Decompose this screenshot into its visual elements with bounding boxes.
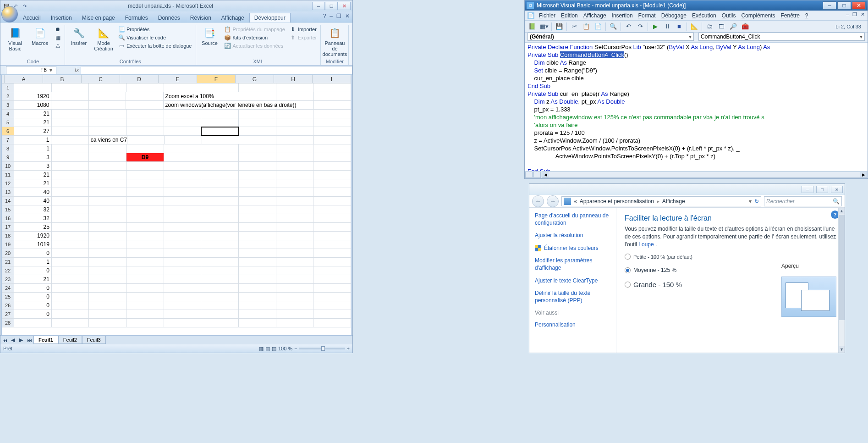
zoom-in-button[interactable]: +: [347, 346, 350, 351]
cell[interactable]: 1019: [14, 240, 52, 249]
cell[interactable]: [239, 101, 276, 109]
cell[interactable]: [239, 171, 276, 179]
cell[interactable]: [126, 240, 164, 249]
cell[interactable]: [164, 205, 202, 214]
breadcrumb-item[interactable]: Affichage: [662, 198, 685, 205]
sheet-tab[interactable]: Feuil2: [58, 336, 82, 344]
row-header[interactable]: 8: [2, 144, 14, 153]
find-icon[interactable]: 🔍: [609, 22, 618, 31]
cell[interactable]: [276, 144, 314, 153]
cell[interactable]: [313, 171, 351, 179]
zoom-out-button[interactable]: −: [294, 346, 297, 351]
cell[interactable]: [201, 275, 239, 283]
ribbon-tab-affichage[interactable]: Affichage: [216, 13, 249, 22]
cell[interactable]: [201, 127, 239, 135]
cell[interactable]: [164, 118, 202, 127]
cell[interactable]: [52, 171, 89, 179]
cell[interactable]: [313, 214, 351, 222]
row-header[interactable]: 24: [2, 284, 14, 292]
cell[interactable]: [89, 275, 126, 283]
object-selector[interactable]: (Général)▾: [527, 33, 694, 41]
cut-icon[interactable]: ✂: [570, 22, 579, 31]
cp-close-button[interactable]: ✕: [831, 186, 843, 193]
v-scrollbar[interactable]: ▲ ▼: [838, 208, 845, 353]
cell[interactable]: [126, 266, 164, 275]
cell[interactable]: 27: [14, 127, 52, 135]
cell[interactable]: [126, 319, 164, 327]
cell[interactable]: [89, 92, 126, 100]
cell[interactable]: [201, 205, 239, 214]
cell[interactable]: [201, 266, 239, 275]
cell[interactable]: [52, 110, 89, 118]
cell[interactable]: [89, 240, 126, 249]
cell[interactable]: [52, 275, 89, 283]
cell[interactable]: [164, 171, 202, 179]
sidebar-personalization[interactable]: Personnalisation: [535, 321, 610, 329]
breadcrumb-back[interactable]: «: [574, 198, 577, 205]
nav-back-button[interactable]: ←: [532, 195, 544, 207]
sheet-last-button[interactable]: ⏭: [25, 336, 33, 344]
scroll-down-icon[interactable]: ▼: [839, 346, 845, 353]
cell[interactable]: [164, 144, 202, 153]
view-pagebreak-icon[interactable]: ▥: [272, 346, 276, 352]
cell[interactable]: 3: [14, 153, 52, 161]
formula-bar[interactable]: [81, 66, 352, 74]
cell[interactable]: [239, 127, 276, 135]
cell[interactable]: [239, 92, 276, 100]
cell[interactable]: [126, 127, 164, 135]
cell[interactable]: [239, 240, 276, 249]
sidebar-home[interactable]: Page d'accueil du panneau de configurati…: [535, 212, 610, 227]
cell[interactable]: [201, 179, 239, 188]
cell[interactable]: [313, 110, 351, 118]
cell[interactable]: [89, 310, 126, 318]
sidebar-cleartype[interactable]: Ajuster le texte ClearType: [535, 277, 610, 285]
run-icon[interactable]: ▶: [651, 22, 660, 31]
row-header[interactable]: 16: [2, 214, 14, 222]
cell[interactable]: [52, 127, 89, 135]
row-header[interactable]: 25: [2, 293, 14, 301]
row-header[interactable]: 17: [2, 223, 14, 231]
search-icon[interactable]: 🔍: [833, 198, 840, 205]
cell[interactable]: [52, 258, 89, 266]
ribbon-tab-insertion[interactable]: Insertion: [46, 13, 77, 22]
cell[interactable]: 21: [14, 110, 52, 118]
procedure-view[interactable]: [533, 172, 541, 178]
cell[interactable]: [313, 197, 351, 205]
cell[interactable]: [164, 258, 202, 266]
cell[interactable]: [89, 301, 126, 310]
cell[interactable]: [126, 101, 163, 109]
cell[interactable]: [276, 171, 314, 179]
cell[interactable]: ca viens en C7: [89, 136, 127, 144]
cell[interactable]: [52, 240, 89, 249]
cell[interactable]: [276, 249, 314, 257]
insert-module-icon[interactable]: ▦▾: [539, 22, 549, 31]
cell[interactable]: 1: [14, 144, 52, 153]
cp-titlebar[interactable]: – □ ✕: [529, 184, 845, 195]
sheet-first-button[interactable]: ⏮: [0, 336, 9, 344]
maximize-button[interactable]: □: [325, 2, 338, 10]
sidebar-custom-dpi[interactable]: Définir la taille du texte personnalisé …: [535, 290, 610, 304]
paste-icon[interactable]: 📄: [593, 22, 603, 31]
column-header[interactable]: A: [5, 75, 43, 83]
cell[interactable]: [276, 179, 314, 188]
vbe-doc-min[interactable]: –: [846, 11, 849, 17]
cell[interactable]: [239, 232, 276, 240]
cell[interactable]: [164, 310, 202, 318]
sheet-next-button[interactable]: ▶: [17, 336, 25, 344]
cell[interactable]: [313, 118, 351, 127]
cell[interactable]: [52, 83, 89, 92]
cell[interactable]: [276, 240, 314, 249]
cell[interactable]: [239, 258, 276, 266]
cell[interactable]: [313, 223, 351, 231]
cell[interactable]: [276, 162, 314, 170]
cell[interactable]: [89, 162, 126, 170]
cell[interactable]: [89, 197, 126, 205]
cell[interactable]: [276, 110, 314, 118]
cell[interactable]: [239, 110, 276, 118]
cell[interactable]: [276, 136, 313, 144]
cell[interactable]: [126, 232, 164, 240]
cell[interactable]: [164, 249, 202, 257]
zoom-slider[interactable]: [299, 348, 345, 349]
cell[interactable]: [276, 188, 314, 196]
view-excel-icon[interactable]: 📗: [527, 22, 537, 31]
